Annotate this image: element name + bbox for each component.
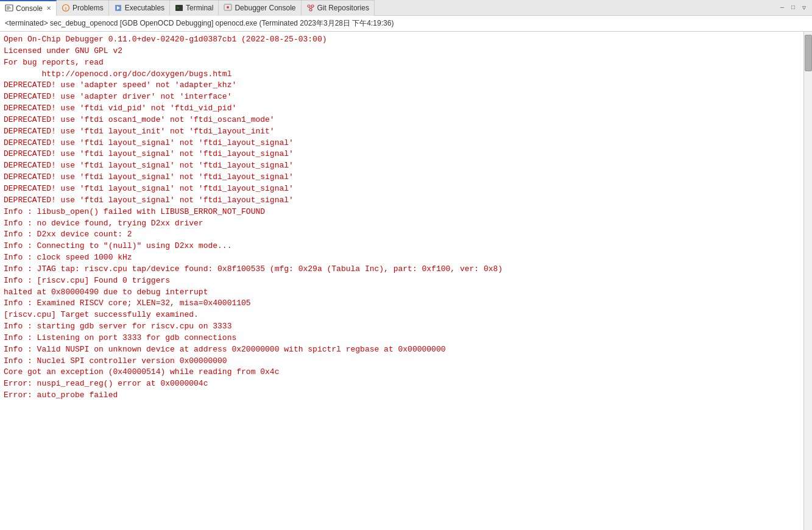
tab-git-repositories-label: Git Repositories	[317, 4, 369, 12]
console-line: Licensed under GNU GPL v2	[4, 46, 800, 57]
console-output[interactable]: Open On-Chip Debugger 0.11.0+dev-02420-g…	[0, 32, 803, 530]
console-line: DEPRECATED! use 'ftdi layout_signal' not…	[4, 138, 800, 149]
console-line: http://openocd.org/doc/doxygen/bugs.html	[4, 69, 800, 80]
console-line: DEPRECATED! use 'ftdi layout_signal' not…	[4, 149, 800, 160]
console-line: DEPRECATED! use 'adapter driver' not 'in…	[4, 91, 800, 103]
tab-actions: — □ ▽	[774, 3, 812, 13]
tab-problems[interactable]: ! Problems	[57, 0, 109, 16]
console-container: Open On-Chip Debugger 0.11.0+dev-02420-g…	[0, 32, 812, 530]
scrollbar-thumb[interactable]	[805, 35, 812, 71]
title-text: <terminated> sec_debug_openocd [GDB Open…	[5, 19, 394, 27]
tab-debugger-console[interactable]: Debugger Console	[219, 0, 301, 16]
console-line: Core got an exception (0x40000514) while…	[4, 367, 800, 378]
console-line: DEPRECATED! use 'ftdi layout_signal' not…	[4, 160, 800, 172]
vertical-scrollbar[interactable]	[803, 32, 812, 530]
svg-point-12	[308, 5, 310, 7]
console-line: DEPRECATED! use 'ftdi layout_signal' not…	[4, 195, 800, 207]
tab-bar: Console ✕ ! Problems Executables	[0, 0, 812, 16]
console-line: Error: auto_probe failed	[4, 390, 800, 401]
console-line: Info : starting gdb server for riscv.cpu…	[4, 321, 800, 333]
console-line: Info : [riscv.cpu] Found 0 triggers	[4, 275, 800, 287]
tab-console-close[interactable]: ✕	[46, 5, 51, 12]
tab-executables-label: Executables	[125, 4, 164, 12]
executables-icon	[114, 4, 122, 12]
title-bar: <terminated> sec_debug_openocd [GDB Open…	[0, 16, 812, 32]
svg-text:>_: >_	[177, 5, 182, 10]
svg-line-15	[309, 7, 311, 9]
console-line: Open On-Chip Debugger 0.11.0+dev-02420-g…	[4, 34, 800, 46]
console-line: Info : no device found, trying D2xx driv…	[4, 218, 800, 230]
maximize-btn[interactable]: □	[788, 3, 798, 13]
debugger-icon	[224, 4, 232, 12]
console-line: Info : Connecting to "(null)" using D2xx…	[4, 241, 800, 252]
tab-console-label: Console	[16, 4, 43, 13]
console-line: Error: nuspi_read_reg() error at 0x00000…	[4, 378, 800, 390]
svg-text:!: !	[65, 6, 67, 12]
terminal-icon: >_	[175, 4, 183, 12]
console-line: DEPRECATED! use 'ftdi vid_pid' not 'ftdi…	[4, 103, 800, 115]
tab-problems-label: Problems	[72, 4, 104, 12]
console-line: DEPRECATED! use 'ftdi layout_signal' not…	[4, 183, 800, 195]
console-line: DEPRECATED! use 'ftdi layout_init' not '…	[4, 126, 800, 138]
console-line: Info : clock speed 1000 kHz	[4, 252, 800, 264]
console-line: Info : libusb_open() failed with LIBUSB_…	[4, 207, 800, 218]
git-icon	[306, 4, 315, 12]
eclipse-window: Console ✕ ! Problems Executables	[0, 0, 812, 530]
console-line: [riscv.cpu] Target successfully examined…	[4, 309, 800, 321]
tab-git-repositories[interactable]: Git Repositories	[302, 0, 375, 16]
console-icon	[5, 4, 13, 13]
tab-terminal[interactable]: >_ Terminal	[170, 0, 219, 16]
tab-debugger-console-label: Debugger Console	[235, 4, 295, 12]
svg-line-16	[311, 7, 312, 9]
tab-console[interactable]: Console ✕	[0, 0, 57, 16]
console-line: DEPRECATED! use 'ftdi layout_signal' not…	[4, 172, 800, 183]
minimize-btn[interactable]: —	[777, 3, 787, 13]
console-line: Info : D2xx device count: 2	[4, 229, 800, 241]
view-menu-btn[interactable]: ▽	[799, 3, 809, 13]
svg-point-14	[309, 9, 312, 11]
svg-point-13	[311, 5, 314, 7]
tab-terminal-label: Terminal	[186, 4, 213, 12]
console-line: DEPRECATED! use 'adapter speed' not 'ada…	[4, 80, 800, 91]
console-line: Info : Valid NUSPI on unknown device at …	[4, 344, 800, 356]
tab-executables[interactable]: Executables	[109, 0, 170, 16]
console-line: Info : Nuclei SPI controller version 0x0…	[4, 356, 800, 367]
console-line: DEPRECATED! use 'ftdi oscan1_mode' not '…	[4, 115, 800, 126]
console-line: For bug reports, read	[4, 57, 800, 69]
console-line: Info : JTAG tap: riscv.cpu tap/device fo…	[4, 264, 800, 275]
console-line: Info : Listening on port 3333 for gdb co…	[4, 333, 800, 344]
problems-icon: !	[62, 4, 70, 12]
console-line: halted at 0x80000490 due to debug interr…	[4, 287, 800, 299]
svg-point-11	[227, 6, 229, 9]
console-line: Info : Examined RISCV core; XLEN=32, mis…	[4, 298, 800, 309]
